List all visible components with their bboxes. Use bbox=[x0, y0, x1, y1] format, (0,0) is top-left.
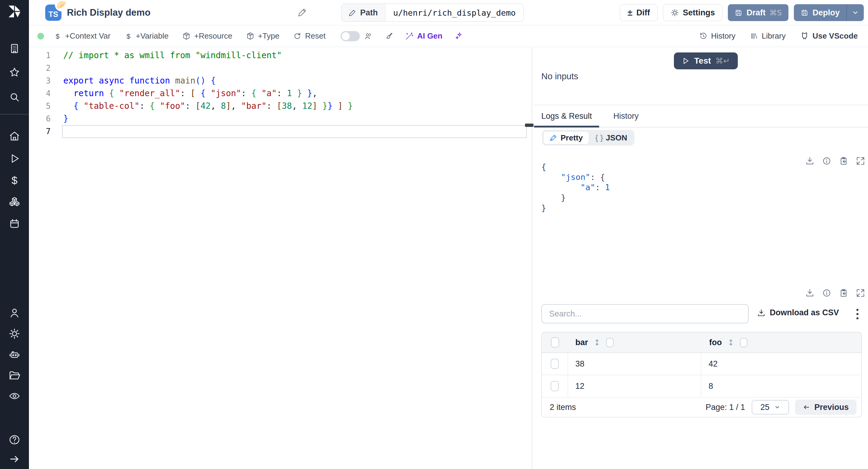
table-row: 128 bbox=[542, 375, 861, 398]
tab-history[interactable]: History bbox=[599, 106, 653, 127]
search-input[interactable] bbox=[541, 304, 749, 323]
user-icon[interactable] bbox=[8, 307, 21, 319]
deploy-button[interactable]: Deploy bbox=[794, 4, 864, 21]
column-toggle-checkbox[interactable] bbox=[606, 338, 614, 347]
sort-updown-icon[interactable] bbox=[593, 339, 601, 346]
copy-to-clipboard-icon[interactable] bbox=[839, 156, 848, 165]
row-checkbox[interactable] bbox=[551, 359, 559, 369]
building-icon[interactable] bbox=[8, 42, 21, 55]
line-number: 5 bbox=[29, 100, 57, 113]
resources-cubes-icon[interactable] bbox=[8, 196, 21, 208]
ai-gen-button[interactable]: AI Gen bbox=[405, 31, 442, 41]
code-content: // import * as wmill from "windmill-clie… bbox=[63, 49, 529, 138]
table-row: 3842 bbox=[542, 353, 861, 375]
github-cat-icon bbox=[800, 32, 809, 40]
download-icon[interactable] bbox=[805, 156, 814, 165]
settings-button[interactable]: Settings bbox=[663, 4, 723, 21]
line-number: 1 bbox=[29, 49, 57, 62]
code-editor[interactable]: 1234567 // import * as wmill from "windm… bbox=[29, 47, 532, 469]
path-value[interactable]: u/henri/rich_display_demo bbox=[385, 4, 524, 22]
runs-play-icon[interactable] bbox=[8, 153, 21, 164]
library-button[interactable]: Library bbox=[750, 31, 785, 41]
windmill-logo-icon[interactable] bbox=[7, 4, 22, 19]
expand-icon[interactable] bbox=[856, 156, 865, 165]
package-box-icon bbox=[246, 32, 254, 40]
dollar-icon: $ bbox=[54, 32, 61, 40]
sort-updown-icon[interactable] bbox=[727, 339, 735, 346]
expand-icon[interactable] bbox=[856, 288, 865, 298]
path-button[interactable]: Path u/henri/rich_display_demo bbox=[341, 4, 524, 22]
reset-button[interactable]: Reset bbox=[293, 31, 326, 41]
chevron-down-icon bbox=[774, 404, 780, 410]
table-cell: 12 bbox=[568, 375, 701, 397]
sidebar-divider bbox=[0, 114, 29, 115]
header-buttons: ± Diff Settings Draft ⌘S bbox=[620, 4, 864, 21]
column-header-bar[interactable]: bar bbox=[575, 338, 588, 347]
magic-wand-icon bbox=[405, 32, 413, 40]
info-icon[interactable] bbox=[822, 156, 831, 165]
table-menu-kebab-icon[interactable] bbox=[855, 308, 860, 320]
sparkles-icon bbox=[455, 32, 463, 40]
column-header-foo[interactable]: foo bbox=[709, 338, 722, 347]
script-title: Rich Display demo bbox=[67, 0, 150, 25]
items-count: 2 items bbox=[550, 403, 576, 412]
ai-sparkles-button[interactable] bbox=[455, 32, 463, 40]
play-icon bbox=[682, 57, 689, 65]
star-favorites-icon[interactable] bbox=[8, 67, 21, 79]
history-clock-icon bbox=[699, 32, 707, 40]
horizontal-pane-divider[interactable] bbox=[534, 104, 868, 105]
table-cell: 8 bbox=[701, 375, 861, 397]
previous-page-button[interactable]: Previous bbox=[795, 400, 857, 415]
table-cell: 38 bbox=[568, 353, 701, 375]
code-line: { bbox=[541, 162, 610, 172]
diff-mode-toggle[interactable] bbox=[341, 31, 360, 41]
info-icon[interactable] bbox=[822, 288, 831, 298]
workers-robot-icon[interactable] bbox=[8, 349, 21, 361]
deploy-main[interactable]: Deploy bbox=[794, 4, 846, 21]
collaboration-mode-button[interactable] bbox=[364, 32, 373, 40]
download-icon[interactable] bbox=[805, 288, 814, 298]
use-vscode-button[interactable]: Use VScode bbox=[800, 31, 858, 41]
add-resource-button[interactable]: +Resource bbox=[182, 31, 232, 41]
deploy-dropdown-caret[interactable] bbox=[847, 4, 864, 21]
add-type-button[interactable]: +Type bbox=[246, 31, 280, 41]
diff-button[interactable]: ± Diff bbox=[620, 4, 657, 21]
result-table: bar foo 3842128 2 items Page: 1 / 1 25 bbox=[541, 332, 862, 417]
add-context-var-button[interactable]: $ +Context Var bbox=[54, 31, 111, 41]
pane-splitter[interactable] bbox=[532, 47, 532, 469]
search-icon[interactable] bbox=[8, 91, 21, 103]
left-sidebar: $ bbox=[0, 0, 29, 469]
download-csv-button[interactable]: Download as CSV bbox=[757, 308, 839, 317]
help-question-icon[interactable] bbox=[8, 434, 21, 446]
table-footer: 2 items Page: 1 / 1 25 Previous bbox=[542, 398, 861, 417]
folders-icon[interactable] bbox=[8, 370, 21, 382]
column-toggle-checkbox[interactable] bbox=[740, 338, 747, 347]
pretty-view-button[interactable]: Pretty bbox=[543, 131, 589, 145]
code-line: "a": 1 bbox=[541, 182, 610, 193]
code-line: { "table-col": { "foo": [42, 8], "bar": … bbox=[63, 100, 529, 113]
toggle-knob bbox=[342, 32, 350, 40]
select-all-checkbox[interactable] bbox=[551, 337, 559, 347]
tab-logs-and-result[interactable]: Logs & Result bbox=[534, 106, 599, 127]
home-icon[interactable] bbox=[8, 130, 21, 142]
format-code-button[interactable] bbox=[384, 32, 393, 40]
add-variable-button[interactable]: $ +Variable bbox=[124, 31, 169, 41]
settings-gear-icon[interactable] bbox=[8, 327, 21, 340]
copy-to-clipboard-icon[interactable] bbox=[839, 288, 848, 298]
draft-button[interactable]: Draft ⌘S bbox=[728, 4, 788, 21]
editor-toolbar: $ +Context Var $ +Variable +Resource +Ty… bbox=[29, 25, 868, 47]
variables-dollar-icon[interactable]: $ bbox=[8, 174, 21, 186]
result-view-toggle: Pretty { } JSON bbox=[542, 130, 634, 146]
row-checkbox[interactable] bbox=[551, 381, 559, 391]
expand-arrow-right-icon[interactable] bbox=[8, 453, 21, 465]
history-button[interactable]: History bbox=[699, 31, 735, 41]
line-number: 7 bbox=[29, 125, 57, 138]
test-button[interactable]: Test ⌘↵ bbox=[674, 53, 738, 69]
audit-eye-icon[interactable] bbox=[8, 390, 21, 402]
edit-title-pencil-icon[interactable] bbox=[297, 8, 307, 18]
splitter-drag-handle[interactable] bbox=[525, 124, 533, 127]
dollar-icon: $ bbox=[124, 32, 132, 40]
schedules-calendar-icon[interactable] bbox=[8, 218, 21, 230]
page-size-select[interactable]: 25 bbox=[752, 400, 789, 414]
json-view-button[interactable]: { } JSON bbox=[589, 131, 633, 145]
